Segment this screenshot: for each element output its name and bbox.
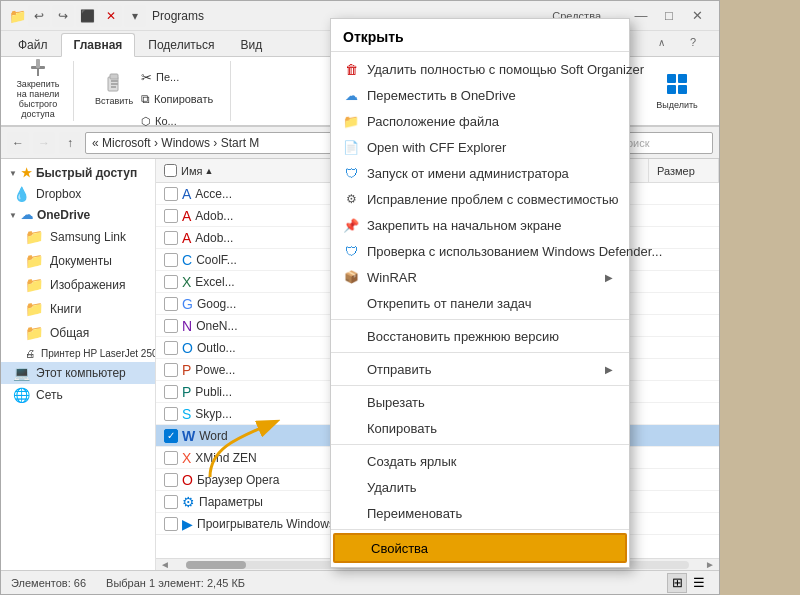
checkbox-adob2[interactable] <box>164 231 178 245</box>
sidebar-item-books[interactable]: 📁 Книги <box>1 297 155 321</box>
ribbon-group-clipboard: Вставить ✂ Пе... ⧉ Копировать ⬡ Ко... <box>88 61 231 121</box>
tab-file[interactable]: Файл <box>5 33 61 56</box>
onedrive-icon: ☁ <box>343 87 359 103</box>
ctx-defender[interactable]: 🛡 Проверка с использованием Windows Defe… <box>331 238 629 264</box>
checkbox-params[interactable] <box>164 495 178 509</box>
checkbox-skype[interactable] <box>164 407 178 421</box>
file-name-xmind: XMind ZEN <box>195 451 256 465</box>
checkbox-onenote[interactable] <box>164 319 178 333</box>
sidebar-item-thispc[interactable]: 💻 Этот компьютер <box>1 362 155 384</box>
qat-close-button[interactable]: ✕ <box>100 5 122 27</box>
ctx-copy[interactable]: Копировать <box>331 415 629 441</box>
back-button[interactable]: ← <box>7 132 29 154</box>
ctx-unpin-taskbar[interactable]: Открепить от панели задач <box>331 290 629 316</box>
file-name-word: Word <box>199 429 227 443</box>
folder-location-icon: 📁 <box>343 113 359 129</box>
sidebar-item-shared[interactable]: 📁 Общая <box>1 321 155 345</box>
cloud-icon: ☁ <box>21 208 33 222</box>
sidebar-item-docs[interactable]: 📁 Документы <box>1 249 155 273</box>
close-button[interactable]: ✕ <box>683 2 711 30</box>
checkbox-adob1[interactable] <box>164 209 178 223</box>
file-icon-acce: A <box>182 186 191 202</box>
qat-dropdown-button[interactable]: ▾ <box>124 5 146 27</box>
ctx-open-cff[interactable]: 📄 Open with CFF Explorer <box>331 134 629 160</box>
title-folder-icon: 📁 <box>9 8 26 24</box>
ctx-properties-label: Свойства <box>371 541 609 556</box>
large-icons-view-button[interactable]: ⊞ <box>667 573 687 593</box>
view-mode-buttons: ⊞ ☰ <box>667 573 709 593</box>
checkbox-acce[interactable] <box>164 187 178 201</box>
col-header-size[interactable]: Размер <box>649 159 719 182</box>
shortcut-ctx-icon <box>343 453 359 469</box>
winrar-submenu-arrow: ▶ <box>605 272 613 283</box>
ctx-winrar[interactable]: 📦 WinRAR ▶ <box>331 264 629 290</box>
network-label: Сеть <box>36 388 63 402</box>
ctx-delete[interactable]: Удалить <box>331 474 629 500</box>
cut-label: Пе... <box>156 71 179 83</box>
checkbox-word[interactable]: ✓ <box>164 429 178 443</box>
ctx-rename[interactable]: Переименовать <box>331 500 629 526</box>
maximize-button[interactable]: □ <box>655 2 683 30</box>
sidebar-item-printer[interactable]: 🖨 Принтер HP LaserJet 2506 dn <box>1 345 155 362</box>
qat-delete-button: ⬛ <box>76 5 98 27</box>
list-view-button[interactable]: ☰ <box>689 573 709 593</box>
checkbox-google[interactable] <box>164 297 178 311</box>
checkbox-publi[interactable] <box>164 385 178 399</box>
file-icon-power: P <box>182 362 191 378</box>
ctx-cut[interactable]: Вырезать <box>331 389 629 415</box>
tab-share[interactable]: Поделиться <box>135 33 227 56</box>
tab-home[interactable]: Главная <box>61 33 136 57</box>
sidebar-item-samsung[interactable]: 📁 Samsung Link <box>1 225 155 249</box>
delete-ctx-icon <box>343 479 359 495</box>
checkbox-cool[interactable] <box>164 253 178 267</box>
ctx-run-as-admin[interactable]: 🛡 Запуск от имени администратора <box>331 160 629 186</box>
scrollbar-thumb[interactable] <box>186 561 246 569</box>
sidebar-onedrive-header[interactable]: ▼ ☁ OneDrive <box>1 205 155 225</box>
checkbox-power[interactable] <box>164 363 178 377</box>
sidebar-item-dropbox[interactable]: 💧 Dropbox <box>1 183 155 205</box>
ctx-pin-start[interactable]: 📌 Закрепить на начальном экране <box>331 212 629 238</box>
shortcut-label: Ко... <box>155 115 177 127</box>
checkbox-wmp[interactable] <box>164 517 178 531</box>
sidebar-item-images[interactable]: 📁 Изображения <box>1 273 155 297</box>
sidebar-quickaccess-header[interactable]: ▼ ★ Быстрый доступ <box>1 163 155 183</box>
select-all-checkbox[interactable] <box>164 164 177 177</box>
ctx-sep3 <box>331 385 629 386</box>
ctx-delete-soft-organizer[interactable]: 🗑 Удалить полностью с помощью Soft Organ… <box>331 56 629 82</box>
ctx-move-onedrive[interactable]: ☁ Переместить в OneDrive <box>331 82 629 108</box>
svg-rect-10 <box>667 85 676 94</box>
sidebar-item-network[interactable]: 🌐 Сеть <box>1 384 155 406</box>
ctx-restore-version[interactable]: Восстановить прежнюю версию <box>331 323 629 349</box>
cff-icon: 📄 <box>343 139 359 155</box>
copy-button[interactable]: ⧉ Копировать <box>140 89 220 109</box>
cut-button[interactable]: ✂ Пе... <box>140 67 220 87</box>
checkbox-xmind[interactable] <box>164 451 178 465</box>
ribbon-chevron-button[interactable]: ∧ <box>647 28 675 56</box>
qat-undo-button[interactable]: ↩ <box>28 5 50 27</box>
qat-redo-button[interactable]: ↪ <box>52 5 74 27</box>
ctx-send-to[interactable]: Отправить ▶ <box>331 356 629 382</box>
paste-button[interactable]: Вставить <box>92 63 136 113</box>
ctx-file-location[interactable]: 📁 Расположение файла <box>331 108 629 134</box>
select-button[interactable]: Выделить <box>647 66 707 116</box>
checkbox-outlook[interactable] <box>164 341 178 355</box>
file-icon-cool: C <box>182 252 192 268</box>
ctx-defender-label: Проверка с использованием Windows Defend… <box>367 244 662 259</box>
star-icon: ★ <box>21 166 32 180</box>
checkbox-excel[interactable] <box>164 275 178 289</box>
file-name-onenote: OneN... <box>196 319 237 333</box>
ctx-properties[interactable]: Свойства <box>333 533 627 563</box>
minimize-button[interactable]: — <box>627 2 655 30</box>
ctx-compat-fix[interactable]: ⚙ Исправление проблем с совместимостью <box>331 186 629 212</box>
ctx-cut-label: Вырезать <box>367 395 613 410</box>
up-button[interactable]: ↑ <box>59 132 81 154</box>
checkbox-opera[interactable] <box>164 473 178 487</box>
tab-view[interactable]: Вид <box>228 33 276 56</box>
help-button[interactable]: ? <box>679 28 707 56</box>
compat-icon: ⚙ <box>343 191 359 207</box>
ctx-sep1 <box>331 319 629 320</box>
pin-button[interactable]: Закрепить на панелибыстрого доступа <box>13 63 63 113</box>
properties-icon <box>347 540 363 556</box>
sidebar: ▼ ★ Быстрый доступ 💧 Dropbox ▼ ☁ OneDriv… <box>1 159 156 570</box>
ctx-create-shortcut[interactable]: Создать ярлык <box>331 448 629 474</box>
